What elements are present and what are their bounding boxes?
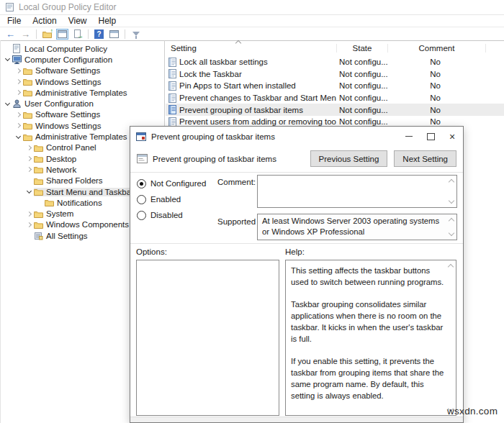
tree-node[interactable]: All Settings — [34, 232, 90, 240]
show-hide-console-tree-icon[interactable] — [56, 29, 68, 40]
tree-node[interactable]: Administrative Templates — [23, 132, 130, 141]
menu-view[interactable]: View — [63, 16, 93, 26]
chevron-right-icon[interactable] — [14, 91, 23, 94]
tree-node[interactable]: Shared Folders — [34, 176, 105, 185]
tree-node[interactable]: Windows Settings — [23, 78, 103, 86]
chevron-right-icon[interactable] — [24, 168, 34, 171]
filter-icon[interactable] — [130, 29, 142, 40]
menu-help[interactable]: Help — [93, 16, 122, 26]
export-list-icon[interactable]: → — [71, 29, 84, 40]
tree-node[interactable]: Windows Settings — [23, 122, 103, 130]
toolbar-separator — [36, 29, 37, 39]
dialog-titlebar: Prevent grouping of taskbar items × — [130, 127, 463, 146]
local-group-policy-editor-window: Local Group Policy Editor File Action Vi… — [0, 0, 504, 423]
tree-node[interactable]: Software Settings — [23, 66, 102, 75]
close-icon[interactable]: × — [441, 127, 463, 146]
chevron-right-icon[interactable] — [24, 223, 34, 227]
toolbar-separator — [125, 29, 125, 39]
menu-action[interactable]: Action — [27, 16, 62, 26]
tree-item-label: Shared Folders — [45, 176, 103, 185]
radio-not-configured[interactable]: Not Configured — [137, 178, 206, 189]
tree-node[interactable]: Computer Configuration — [12, 55, 114, 64]
chevron-right-icon[interactable] — [14, 113, 23, 117]
tree-item-administrative-templates[interactable]: Administrative Templates — [1, 87, 164, 98]
maximize-button[interactable] — [420, 127, 441, 146]
folder-icon — [23, 67, 35, 75]
radio-disabled[interactable]: Disabled — [137, 209, 206, 221]
chevron-right-icon[interactable] — [14, 124, 23, 127]
chevron-right-icon[interactable] — [24, 157, 34, 160]
radio-button-icon[interactable] — [137, 179, 146, 188]
back-icon[interactable]: ← — [4, 29, 17, 40]
radio-button-icon[interactable] — [137, 211, 146, 220]
column-header-setting[interactable]: Setting — [166, 44, 336, 53]
tree-node[interactable]: Windows Components — [34, 220, 131, 229]
chevron-down-icon[interactable] — [3, 58, 12, 60]
tree-item-computer-configuration[interactable]: Computer Configuration — [1, 54, 164, 65]
tree-node[interactable]: Software Settings — [23, 110, 102, 119]
chevron-right-icon[interactable] — [14, 80, 23, 83]
radio-button-icon[interactable] — [137, 195, 146, 204]
help-label: Help: — [285, 247, 305, 256]
list-row-pin-apps-to-start-when-installed[interactable]: Pin Apps to Start when installedNot conf… — [166, 80, 504, 92]
help-icon[interactable]: ? — [93, 29, 105, 40]
options-box[interactable] — [136, 260, 279, 416]
scroll-down-icon[interactable] — [449, 198, 454, 204]
tree-item-label: System — [45, 209, 73, 218]
comment-value: No — [387, 117, 484, 126]
chevron-right-icon[interactable] — [24, 212, 34, 216]
chevron-down-icon[interactable] — [24, 191, 34, 193]
tree-node[interactable]: Start Menu and Taskbar — [34, 188, 136, 196]
scroll-up-icon[interactable] — [449, 218, 454, 224]
list-row-lock-all-taskbar-settings[interactable]: Lock all taskbar settingsNot configu...N… — [166, 56, 504, 68]
chevron-down-icon[interactable] — [3, 103, 12, 105]
scroll-up-icon[interactable] — [449, 179, 454, 185]
tree-item-software-settings[interactable]: Software Settings — [1, 109, 164, 120]
minimize-button[interactable] — [398, 127, 420, 146]
scroll-down-icon[interactable] — [449, 230, 454, 236]
tree-node[interactable]: System — [34, 209, 76, 218]
list-row-prevent-changes-to-taskbar-and-start-menu-setti[interactable]: Prevent changes to Taskbar and Start Men… — [166, 92, 504, 104]
help-paragraph: If you enable this setting, it prevents … — [291, 355, 445, 401]
tree-node[interactable]: Administrative Templates — [23, 88, 130, 97]
tree-item-software-settings[interactable]: Software Settings — [1, 65, 164, 76]
chevron-down-icon[interactable] — [14, 136, 23, 138]
state-value: Not configu... — [336, 94, 387, 102]
help-box[interactable]: This setting affects the taskbar buttons… — [285, 260, 456, 416]
previous-setting-button[interactable]: Previous Setting — [310, 150, 388, 167]
scroll-up-icon[interactable] — [448, 264, 454, 270]
setting-name: Prevent changes to Taskbar and Start Men… — [179, 94, 336, 102]
column-header-comment[interactable]: Comment — [387, 44, 486, 53]
tree-item-label: Notifications — [56, 199, 102, 207]
tree-item-local-computer-policy[interactable]: Local Computer Policy — [1, 43, 164, 54]
tree-item-windows-settings[interactable]: Windows Settings — [1, 76, 164, 87]
column-header-state[interactable]: State — [336, 44, 387, 53]
tree-node[interactable]: Notifications — [45, 199, 104, 207]
tree-item-user-configuration[interactable]: User Configuration — [1, 98, 164, 109]
forward-icon[interactable]: → — [19, 29, 32, 40]
tree-node[interactable]: Control Panel — [34, 143, 99, 152]
chevron-right-icon[interactable] — [14, 69, 23, 73]
comment-value: No — [387, 106, 484, 114]
policy-scroll-icon — [12, 44, 24, 53]
comment-input[interactable] — [257, 175, 457, 208]
state-value: Not configu... — [336, 58, 387, 66]
next-setting-button[interactable]: Next Setting — [394, 150, 456, 167]
properties-window-icon[interactable] — [108, 29, 120, 40]
menu-file[interactable]: File — [1, 16, 27, 26]
tree-node[interactable]: Network — [34, 165, 78, 174]
tree-node[interactable]: User Configuration — [12, 99, 96, 108]
tree-item-label: Administrative Templates — [35, 88, 127, 97]
tree-node[interactable]: Local Computer Policy — [12, 44, 109, 53]
list-row-prevent-grouping-of-taskbar-items[interactable]: Prevent grouping of taskbar itemsNot con… — [166, 104, 504, 116]
radio-enabled[interactable]: Enabled — [137, 194, 206, 205]
chevron-right-icon[interactable] — [24, 146, 34, 150]
supported-on-box[interactable]: At least Windows Server 2003 operating s… — [257, 214, 457, 240]
list-header: Setting State Comment — [166, 40, 504, 56]
policy-doc-icon — [168, 69, 176, 78]
list-row-lock-the-taskbar[interactable]: Lock the TaskbarNot configu...No — [166, 68, 504, 81]
dialog-separator — [130, 172, 463, 173]
tree-node[interactable]: Desktop — [34, 155, 78, 163]
policy-setting-dialog: Prevent grouping of taskbar items × Prev… — [130, 126, 464, 423]
up-one-level-icon[interactable]: ↑ — [41, 29, 53, 40]
